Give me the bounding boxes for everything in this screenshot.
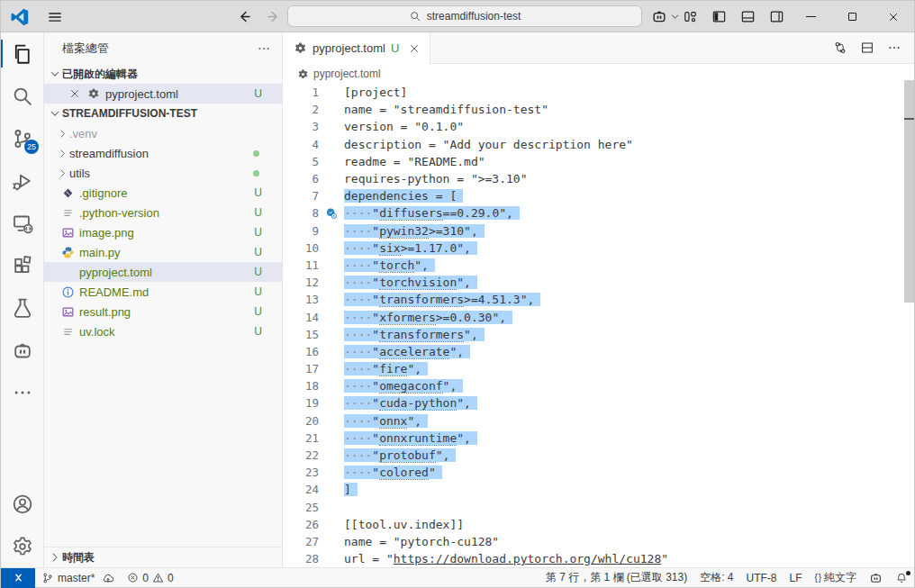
- code-line-5[interactable]: 5readme = "README.md": [283, 153, 901, 170]
- code-line-4[interactable]: 4description = "Add your description her…: [283, 136, 901, 153]
- line-number: 27: [283, 535, 319, 548]
- code-line-27[interactable]: 27name = "pytorch-cu128": [283, 533, 901, 550]
- code-text: ····"cuda-python",: [344, 396, 477, 410]
- tree-file-README.md[interactable]: README.mdU: [44, 282, 282, 302]
- code-text: ····"torch",: [344, 258, 435, 272]
- code-line-12[interactable]: 12····"torchvision",: [283, 274, 901, 291]
- menu-icon[interactable]: [42, 5, 68, 30]
- code-text: ····"onnxruntime",: [344, 431, 477, 445]
- remote-indicator[interactable]: [1, 568, 35, 588]
- activity-item-extensions[interactable]: [1, 244, 44, 286]
- activity-item-search[interactable]: [1, 75, 44, 117]
- activity-item-remote-explorer[interactable]: [1, 202, 44, 244]
- forward-button[interactable]: [262, 6, 284, 28]
- code-line-28[interactable]: 28url = "https://download.pytorch.org/wh…: [283, 550, 901, 567]
- activity-item-run-and-debug[interactable]: [1, 159, 44, 202]
- code-line-14[interactable]: 14····"xformers>=0.0.30",: [283, 308, 901, 325]
- tree-folder-utils[interactable]: utils: [44, 163, 282, 183]
- indentation-status[interactable]: 空格: 4: [693, 568, 739, 588]
- code-line-3[interactable]: 3version = "0.1.0": [283, 118, 901, 135]
- code-line-18[interactable]: 18····"omegaconf",: [283, 377, 901, 394]
- toggle-secondary-sidebar-button[interactable]: [765, 5, 788, 29]
- activity-item-chat[interactable]: [1, 329, 44, 371]
- branch-status[interactable]: master*: [35, 568, 121, 588]
- close-icon[interactable]: [68, 86, 82, 101]
- sidebar-more-actions-icon[interactable]: [257, 41, 271, 56]
- root-folder-section[interactable]: STREAMDIFFUSION-TEST: [44, 104, 282, 123]
- tree-file-.python-version[interactable]: .python-versionU: [44, 203, 282, 222]
- tree-file-pyproject.toml[interactable]: pyproject.tomlU: [44, 262, 282, 282]
- code-line-16[interactable]: 16····"accelerate",: [283, 343, 901, 360]
- tree-file-.gitignore[interactable]: .gitignoreU: [44, 183, 282, 203]
- activity-item-accounts[interactable]: [1, 483, 44, 525]
- tree-file-uv.lock[interactable]: uv.lockU: [44, 321, 282, 341]
- code-line-7[interactable]: 7dependencies = [: [283, 187, 901, 204]
- tree-file-result.png[interactable]: result.pngU: [44, 302, 282, 321]
- line-number: 28: [283, 552, 319, 565]
- timeline-section[interactable]: 時間表: [44, 547, 282, 567]
- language-mode-status[interactable]: { } 純文字: [809, 568, 863, 588]
- maximize-button[interactable]: [831, 1, 873, 32]
- untracked-badge: U: [254, 186, 269, 199]
- whitespace-dots: ····: [344, 241, 372, 255]
- breadcrumb[interactable]: pyproject.toml: [283, 64, 914, 84]
- toggle-sidebar-button[interactable]: [707, 5, 730, 29]
- copilot-status[interactable]: [863, 568, 889, 588]
- back-button[interactable]: [233, 6, 255, 28]
- line-number: 17: [283, 362, 319, 375]
- whitespace-dots: ····: [344, 379, 372, 393]
- code-line-11[interactable]: 11····"torch",: [283, 257, 901, 274]
- activity-item-testing[interactable]: [1, 286, 44, 329]
- activity-item-manage[interactable]: [1, 525, 44, 567]
- toggle-panel-button[interactable]: [736, 5, 759, 29]
- code-line-1[interactable]: 1[project]: [283, 84, 901, 101]
- code-line-26[interactable]: 26[[tool.uv.index]]: [283, 516, 901, 533]
- command-center-search[interactable]: streamdiffusion-test: [287, 5, 642, 27]
- code-line-21[interactable]: 21····"onnxruntime",: [283, 430, 901, 447]
- code-line-22[interactable]: 22····"protobuf",: [283, 447, 901, 464]
- editor-scrollbar[interactable]: [904, 80, 914, 303]
- code-line-6[interactable]: 6requires-python = ">=3.10": [283, 170, 901, 187]
- activity-item-source-control[interactable]: 25: [1, 117, 44, 159]
- code-line-20[interactable]: 20····"onnx",: [283, 412, 901, 430]
- open-changes-icon[interactable]: [833, 41, 847, 55]
- code-line-10[interactable]: 10····"six>=1.17.0",: [283, 240, 901, 257]
- open-editors-section[interactable]: 已開啟的編輯器: [44, 64, 282, 84]
- tab-pyproject-toml[interactable]: pyproject.toml U: [283, 32, 430, 64]
- open-editor-name: pyproject.toml: [105, 87, 178, 101]
- activity-item-explorer[interactable]: [1, 32, 44, 75]
- tree-folder-.venv[interactable]: .venv: [44, 123, 282, 143]
- item-name: .python-version: [79, 206, 159, 220]
- code-line-13[interactable]: 13····"transformers>=4.51.3",: [283, 291, 901, 308]
- notifications-bell[interactable]: [889, 568, 914, 588]
- tree-file-image.png[interactable]: image.pngU: [44, 222, 282, 242]
- url-link[interactable]: https://download.pytorch.org/whl/cu128: [394, 552, 661, 565]
- customize-layout-button[interactable]: [678, 5, 702, 29]
- editor-more-actions-icon[interactable]: [887, 41, 901, 55]
- encoding-status[interactable]: UTF-8: [740, 568, 784, 588]
- minimize-button[interactable]: [790, 1, 831, 32]
- code-line-8[interactable]: 8····"diffusers==0.29.0",: [283, 204, 901, 222]
- python-file-icon: [60, 245, 75, 259]
- code-line-24[interactable]: 24]: [283, 481, 901, 498]
- problems-status[interactable]: 0 0: [121, 568, 179, 588]
- code-line-19[interactable]: 19····"cuda-python",: [283, 394, 901, 412]
- code-line-2[interactable]: 2name = "streamdiffusion-test": [283, 101, 901, 118]
- tree-file-main.py[interactable]: main.pyU: [44, 242, 282, 262]
- code-line-17[interactable]: 17····"fire",: [283, 360, 901, 377]
- open-editor-item[interactable]: pyproject.tomlU: [44, 84, 282, 104]
- code-line-25[interactable]: 25: [283, 499, 901, 516]
- close-button[interactable]: [873, 1, 914, 32]
- whitespace-dots: ····: [344, 396, 372, 410]
- tab-close-icon[interactable]: [408, 42, 421, 55]
- code-line-15[interactable]: 15····"transformers",: [283, 326, 901, 343]
- activity-item-additional-views[interactable]: [1, 371, 44, 413]
- split-editor-icon[interactable]: [860, 41, 874, 55]
- tree-folder-streamdiffusion[interactable]: streamdiffusion: [44, 143, 282, 163]
- code-area[interactable]: 1[project]2name = "streamdiffusion-test"…: [283, 84, 901, 567]
- eol-status[interactable]: LF: [784, 568, 809, 588]
- cursor-position-status[interactable]: 第 7 行，第 1 欄 (已選取 313): [539, 568, 693, 588]
- whitespace-dots: ····: [344, 362, 372, 375]
- code-line-9[interactable]: 9····"pywin32>=310",: [283, 222, 901, 240]
- code-line-23[interactable]: 23····"colored": [283, 464, 901, 481]
